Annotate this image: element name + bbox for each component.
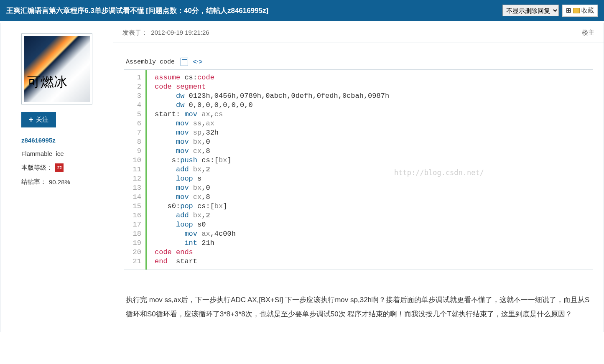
user-level: 本版等级： T1: [21, 163, 104, 172]
plus-icon: ⊞: [566, 7, 571, 14]
post-container: 可燃冰 + 关注 z84616995z Flammable_ice 本版等级： …: [0, 23, 604, 332]
embed-icon[interactable]: <·>: [194, 58, 201, 66]
post-content: 发表于： 2012-09-19 19:21:26 楼主 Assembly cod…: [113, 23, 604, 332]
user-sidebar: 可燃冰 + 关注 z84616995z Flammable_ice 本版等级： …: [0, 23, 113, 332]
level-label: 本版等级：: [21, 164, 53, 172]
line-gutter: 123456789101112131415161718192021: [124, 70, 147, 270]
post-body: Assembly code <·> 1234567891011121314151…: [113, 43, 604, 332]
header-controls: 不显示删除回复 ⊞ 收藏: [502, 5, 598, 17]
code-toolbar: Assembly code <·>: [124, 58, 593, 66]
follow-button[interactable]: + 关注: [21, 112, 56, 127]
follow-label: 关注: [36, 116, 48, 124]
post-text: 执行完 mov ss,ax后，下一步执行ADC AX,[BX+SI] 下一步应该…: [124, 293, 593, 321]
avatar[interactable]: 可燃冰: [21, 33, 92, 104]
thread-header: 王爽汇编语言第六章程序6.3单步调试看不懂 [问题点数：40分，结帖人z8461…: [0, 0, 604, 23]
thread-title: 王爽汇编语言第六章程序6.3单步调试看不懂 [问题点数：40分，结帖人z8461…: [6, 6, 268, 15]
post-header: 发表于： 2012-09-19 19:21:26 楼主: [113, 23, 604, 43]
folder-icon: [573, 8, 580, 13]
display-name: Flammable_ice: [21, 150, 104, 157]
avatar-text: 可燃冰: [27, 73, 67, 92]
watermark: http://blog.csdn.net/: [394, 168, 484, 177]
posted-at: 发表于： 2012-09-19 19:21:26: [122, 29, 209, 37]
username-link[interactable]: z84616995z: [21, 137, 104, 144]
favorite-button[interactable]: ⊞ 收藏: [562, 5, 598, 17]
closerate-label: 结帖率：: [21, 178, 46, 186]
plus-icon: +: [29, 115, 33, 124]
floor-label: 楼主: [582, 29, 594, 37]
code-lines: assume cs:codecode segment dw 0123h,0456…: [147, 70, 389, 270]
close-rate: 结帖率： 90.28%: [21, 178, 104, 186]
level-badge: T1: [55, 163, 64, 172]
copy-icon[interactable]: [181, 58, 188, 66]
code-lang-label: Assembly code: [126, 59, 175, 66]
favorite-label: 收藏: [581, 7, 594, 15]
reply-filter-select[interactable]: 不显示删除回复: [502, 5, 559, 16]
code-block: 123456789101112131415161718192021 assume…: [124, 69, 593, 270]
closerate-value: 90.28%: [49, 178, 70, 186]
